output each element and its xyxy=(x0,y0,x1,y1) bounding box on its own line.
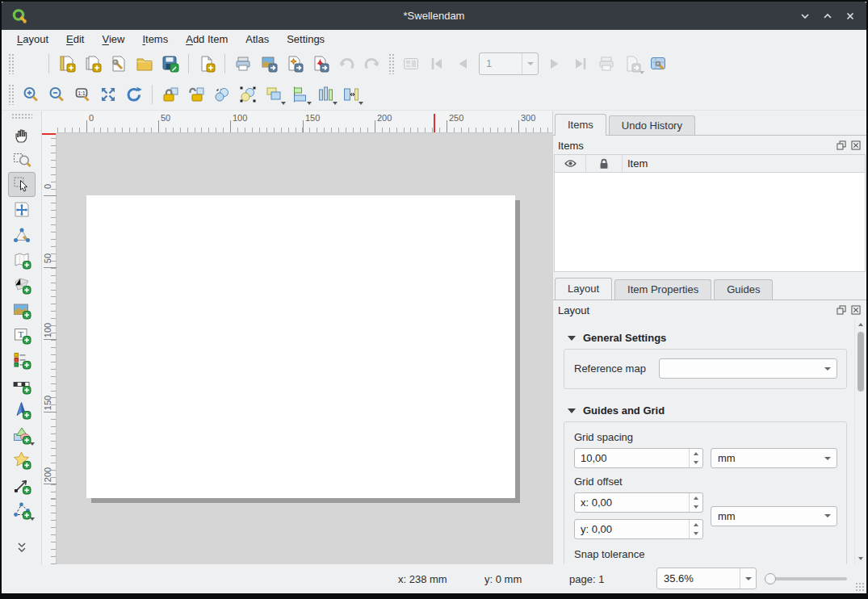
unlock-all-items-button[interactable] xyxy=(184,82,208,107)
spin-up-icon[interactable] xyxy=(690,449,702,459)
zoom-in-button[interactable] xyxy=(19,82,43,107)
add-picture-button[interactable] xyxy=(8,297,36,322)
toolbar-handle[interactable] xyxy=(8,84,15,105)
guides-and-grid-section[interactable]: Guides and Grid xyxy=(568,404,847,417)
item-column-header[interactable]: Item xyxy=(623,155,865,172)
print-atlas-button[interactable] xyxy=(594,52,619,76)
layout-page[interactable] xyxy=(86,195,515,498)
refresh-view-button[interactable] xyxy=(122,82,146,107)
close-button[interactable] xyxy=(842,8,858,24)
spin-down-icon[interactable] xyxy=(690,530,702,539)
add-arrow-button[interactable] xyxy=(8,472,36,497)
scroll-down-icon[interactable] xyxy=(855,553,866,564)
next-feature-button[interactable] xyxy=(543,52,567,76)
add-scalebar-button[interactable] xyxy=(8,372,36,397)
export-as-pdf-button[interactable] xyxy=(308,52,333,76)
chevron-down-icon[interactable] xyxy=(522,53,538,74)
redo-button[interactable] xyxy=(360,52,384,76)
add-pages-button[interactable] xyxy=(195,52,219,76)
add-node-item-button[interactable] xyxy=(8,497,36,522)
layout-panel-scrollbar[interactable] xyxy=(854,319,866,564)
zoom-full-button[interactable] xyxy=(96,82,120,107)
duplicate-layout-button[interactable] xyxy=(81,52,105,76)
spin-down-icon[interactable] xyxy=(690,503,702,513)
float-panel-icon[interactable] xyxy=(835,304,847,316)
export-as-svg-button[interactable] xyxy=(283,52,307,76)
save-layout-button[interactable] xyxy=(19,52,43,76)
previous-feature-button[interactable] xyxy=(451,52,475,76)
tab-items[interactable]: Items xyxy=(555,114,606,136)
add-north-arrow-button[interactable] xyxy=(8,397,36,422)
add-marker-button[interactable] xyxy=(8,447,36,472)
edit-nodes-item-button[interactable] xyxy=(8,222,36,247)
group-items-button[interactable] xyxy=(210,82,234,107)
atlas-feature-combobox[interactable] xyxy=(479,52,539,75)
pan-layout-button[interactable] xyxy=(8,122,36,147)
preview-atlas-button[interactable] xyxy=(399,52,423,76)
visibility-column-header[interactable] xyxy=(555,155,586,172)
zoom-slider-groove[interactable] xyxy=(765,577,847,580)
tab-guides[interactable]: Guides xyxy=(714,279,773,300)
add-legend-button[interactable] xyxy=(8,347,36,372)
add-map-button[interactable] xyxy=(8,247,36,272)
scroll-up-icon[interactable] xyxy=(855,319,866,330)
toolbar-handle[interactable] xyxy=(388,53,395,74)
grid-offset-unit-select[interactable]: mm xyxy=(711,506,837,526)
close-panel-icon[interactable] xyxy=(849,140,862,152)
lock-column-header[interactable] xyxy=(586,155,623,172)
distribute-items-button[interactable] xyxy=(313,82,338,107)
toolbox-handle[interactable] xyxy=(11,113,32,119)
menu-atlas[interactable]: Atlas xyxy=(237,31,278,47)
lock-selected-items-button[interactable] xyxy=(158,82,182,107)
spin-down-icon[interactable] xyxy=(690,459,702,468)
select-move-item-button[interactable] xyxy=(8,172,36,197)
export-atlas-button[interactable] xyxy=(620,52,644,76)
grid-offset-x-spinbox[interactable] xyxy=(574,492,703,513)
first-feature-button[interactable] xyxy=(425,52,449,76)
raise-selected-items-button[interactable] xyxy=(262,82,286,107)
menu-layout[interactable]: Layout xyxy=(8,31,57,47)
resize-grip[interactable] xyxy=(855,582,865,592)
tab-layout[interactable]: Layout xyxy=(555,278,612,300)
scrollbar-thumb[interactable] xyxy=(858,332,864,392)
resize-items-button[interactable] xyxy=(339,82,363,107)
atlas-settings-button[interactable] xyxy=(646,52,670,76)
menu-edit[interactable]: Edit xyxy=(57,31,93,47)
zoom-tool-button[interactable] xyxy=(8,147,36,172)
grid-spacing-spinbox[interactable] xyxy=(574,448,703,468)
layout-manager-button[interactable] xyxy=(107,52,131,76)
last-feature-button[interactable] xyxy=(568,52,593,76)
move-item-content-button[interactable] xyxy=(8,197,36,222)
print-layout-button[interactable] xyxy=(231,52,255,76)
title-bar[interactable]: *Swellendam xyxy=(2,2,866,30)
grid-offset-y-spinbox[interactable] xyxy=(574,519,703,539)
grid-spacing-unit-select[interactable]: mm xyxy=(711,448,837,468)
spin-up-icon[interactable] xyxy=(690,520,702,530)
ungroup-items-button[interactable] xyxy=(236,82,260,107)
chevron-down-icon[interactable] xyxy=(740,568,756,589)
float-panel-icon[interactable] xyxy=(835,140,847,152)
export-as-image-button[interactable] xyxy=(257,52,281,76)
close-panel-icon[interactable] xyxy=(849,304,862,316)
zoom-out-button[interactable] xyxy=(44,82,69,107)
vertical-ruler[interactable]: 0 50 100 150 200 xyxy=(42,133,57,564)
zoom-slider-handle[interactable] xyxy=(765,573,776,584)
maximize-button[interactable] xyxy=(820,8,836,24)
zoom-slider[interactable] xyxy=(765,573,847,584)
align-selected-items-button[interactable] xyxy=(287,82,312,107)
new-layout-button[interactable] xyxy=(55,52,79,76)
undo-button[interactable] xyxy=(334,52,359,76)
items-tree-body[interactable] xyxy=(555,173,865,271)
layout-canvas[interactable] xyxy=(57,133,552,564)
toolbar-handle[interactable] xyxy=(8,53,15,74)
menu-add-item[interactable]: Add Item xyxy=(177,31,237,47)
toolbox-overflow-button[interactable] xyxy=(8,534,36,559)
tab-undo-history[interactable]: Undo History xyxy=(609,115,695,136)
menu-settings[interactable]: Settings xyxy=(278,31,333,47)
save-as-template-button[interactable] xyxy=(158,52,182,76)
menu-items[interactable]: Items xyxy=(133,31,177,47)
zoom-actual-size-button[interactable]: 1:1 xyxy=(70,82,94,107)
spin-up-icon[interactable] xyxy=(690,493,702,503)
general-settings-section[interactable]: General Settings xyxy=(568,332,847,344)
tab-item-properties[interactable]: Item Properties xyxy=(614,279,711,300)
